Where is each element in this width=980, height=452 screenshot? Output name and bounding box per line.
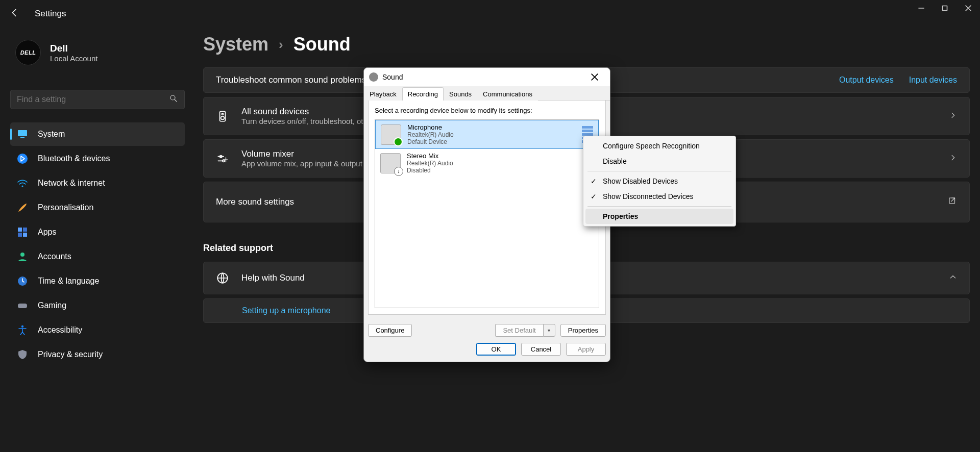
link-output-devices[interactable]: Output devices [839,76,894,85]
cancel-button[interactable]: Cancel [521,343,561,356]
sound-dialog: Sound Playback Recording Sounds Communic… [363,67,610,362]
recording-prompt: Select a recording device below to modif… [375,107,599,114]
sidebar-item-accessibility[interactable]: Accessibility [10,318,185,342]
sidebar-item-privacy[interactable]: Privacy & security [10,343,185,366]
link-input-devices[interactable]: Input devices [909,76,957,85]
mixer-icon [216,152,229,165]
check-icon: ✓ [591,192,597,200]
device-name: Microphone [407,123,454,131]
set-default-split-button[interactable]: Set Default ▾ [495,324,555,337]
chevron-up-icon [949,273,957,283]
apps-icon [16,226,29,238]
accessibility-icon [16,324,29,336]
sidebar-item-label: Apps [38,228,56,237]
check-icon: ✓ [591,177,597,185]
back-button[interactable] [9,7,20,20]
profile-name: Dell [50,43,97,54]
tab-sounds[interactable]: Sounds [444,87,477,101]
chevron-down-icon[interactable]: ▾ [543,324,555,337]
properties-button[interactable]: Properties [560,324,606,337]
tab-recording[interactable]: Recording [402,87,444,101]
svg-point-5 [21,185,23,187]
ctx-show-disconnected[interactable]: ✓ Show Disconnected Devices [585,189,733,204]
globe-icon [216,271,229,285]
svg-point-13 [21,325,23,328]
ctx-separator [587,206,731,207]
gamepad-icon [16,299,29,312]
profile-sub: Local Account [50,54,97,63]
tab-playback[interactable]: Playback [364,87,402,101]
search-input[interactable] [17,95,169,104]
ctx-properties[interactable]: Properties [585,209,733,224]
chevron-right-icon: › [279,37,283,53]
ctx-separator [587,171,731,171]
page-title: Sound [293,34,351,55]
ctx-label: Show Disconnected Devices [603,192,693,200]
brush-icon [16,202,29,214]
ok-button[interactable]: OK [476,343,516,356]
minimize-button[interactable] [910,0,933,16]
avatar: DELL [15,40,41,65]
sidebar-item-system[interactable]: System [10,122,185,146]
svg-rect-7 [23,228,27,232]
device-stereo-mix[interactable]: Stereo Mix Realtek(R) Audio Disabled [375,149,599,178]
device-status: Default Device [407,138,454,145]
svg-rect-12 [18,304,27,308]
microphone-icon [381,124,401,145]
device-microphone[interactable]: Microphone Realtek(R) Audio Default Devi… [375,120,599,149]
wifi-icon [16,177,29,189]
apply-button[interactable]: Apply [566,343,606,356]
set-default-button[interactable]: Set Default [495,324,543,337]
device-context-menu: Configure Speech Recognition Disable ✓ S… [583,136,736,227]
speaker-icon [216,110,229,123]
svg-point-16 [221,116,225,120]
sidebar-item-personalisation[interactable]: Personalisation [10,196,185,219]
sidebar-item-label: Personalisation [38,203,93,212]
sidebar-item-accounts[interactable]: Accounts [10,245,185,268]
shield-icon [16,348,29,361]
sidebar-item-label: Privacy & security [38,350,103,359]
chevron-right-icon [949,154,957,164]
sidebar-item-gaming[interactable]: Gaming [10,294,185,317]
open-external-icon [948,196,957,208]
sidebar-item-label: Gaming [38,301,66,310]
configure-button[interactable]: Configure [368,324,412,337]
display-icon [16,128,29,140]
tab-communications[interactable]: Communications [477,87,538,101]
breadcrumb: System › Sound [203,34,970,55]
maximize-button[interactable] [933,0,957,16]
ctx-disable[interactable]: Disable [585,154,733,169]
svg-rect-9 [23,233,27,237]
svg-rect-6 [18,228,22,232]
search-box[interactable] [10,90,185,109]
svg-point-10 [20,253,24,257]
recording-device-list[interactable]: Microphone Realtek(R) Audio Default Devi… [375,119,599,308]
svg-rect-0 [943,6,947,11]
sidebar-item-time[interactable]: Time & language [10,269,185,293]
dialog-close-button[interactable] [584,70,605,84]
ctx-configure-speech[interactable]: Configure Speech Recognition [585,138,733,154]
device-name: Stereo Mix [407,152,453,160]
sidebar-item-label: Accounts [38,252,71,261]
svg-rect-8 [18,233,22,237]
chevron-right-icon [949,111,957,121]
sidebar-item-label: Time & language [38,277,99,286]
sidebar-item-apps[interactable]: Apps [10,220,185,244]
ctx-label: Show Disabled Devices [603,177,678,185]
sidebar-item-network[interactable]: Network & internet [10,171,185,195]
sidebar-item-label: Accessibility [38,325,82,335]
ctx-show-disabled[interactable]: ✓ Show Disabled Devices [585,173,733,189]
svg-point-4 [17,154,28,164]
bluetooth-icon [16,153,29,165]
breadcrumb-parent[interactable]: System [203,34,268,55]
sidebar-item-bluetooth[interactable]: Bluetooth & devices [10,147,185,170]
clock-icon [16,275,29,287]
svg-point-1 [170,95,175,100]
device-driver: Realtek(R) Audio [407,131,454,138]
profile-block[interactable]: DELL Dell Local Account [15,40,97,65]
link-setup-microphone[interactable]: Setting up a microphone [242,306,330,315]
close-button[interactable] [957,0,980,16]
app-title: Settings [35,9,66,19]
svg-rect-2 [18,130,27,136]
svg-rect-3 [20,137,24,138]
